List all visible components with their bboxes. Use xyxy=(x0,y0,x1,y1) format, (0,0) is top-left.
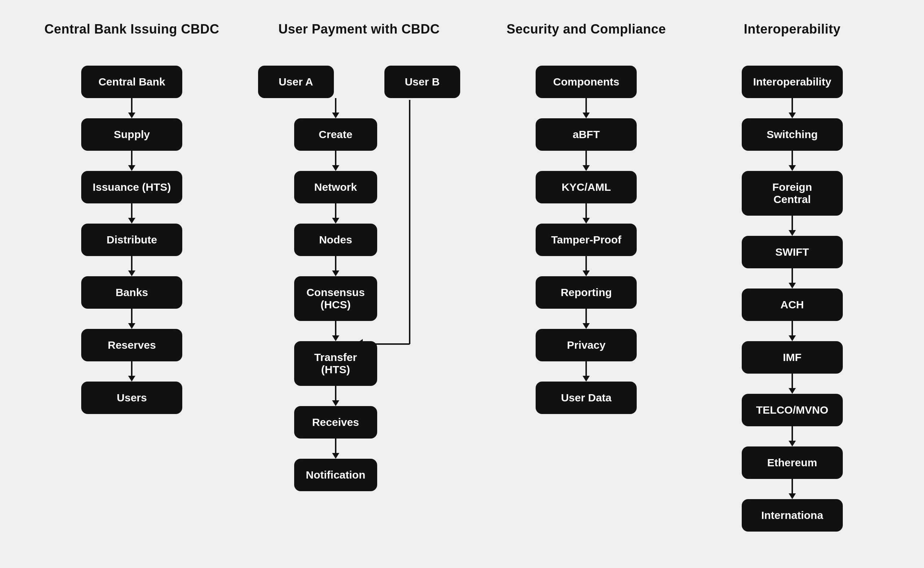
arrow xyxy=(579,98,593,118)
arrow xyxy=(785,268,800,289)
arrow xyxy=(124,361,139,382)
col1-title: Central Bank Issuing CBDC xyxy=(44,22,220,37)
arrow xyxy=(329,256,343,276)
arrow xyxy=(124,309,139,329)
node-network: Network xyxy=(294,171,377,203)
arrow xyxy=(124,98,139,118)
node-user-data: User Data xyxy=(536,382,637,414)
column-security: Security and Compliance Components aBFT … xyxy=(483,22,689,414)
node-ethereum: Ethereum xyxy=(742,446,843,479)
col4-title: Interoperability xyxy=(744,22,841,37)
column-payment: User Payment with CBDC User A User B xyxy=(235,22,483,491)
arrow xyxy=(785,321,800,341)
node-ach: ACH xyxy=(742,289,843,321)
node-receives: Receives xyxy=(294,406,377,438)
arrow xyxy=(124,203,139,224)
node-create: Create xyxy=(294,118,377,151)
node-banks: Banks xyxy=(81,276,182,309)
node-imf: IMF xyxy=(742,341,843,374)
node-reserves: Reserves xyxy=(81,329,182,361)
node-kyc-aml: KYC/AML xyxy=(536,171,637,203)
arrow xyxy=(329,321,343,341)
node-user-a: User A xyxy=(258,66,334,98)
arrow xyxy=(579,151,593,171)
node-tamper-proof: Tamper-Proof xyxy=(536,224,637,256)
node-components: Components xyxy=(536,66,637,98)
node-consensus: Consensus (HCS) xyxy=(294,276,377,321)
node-foreign-central: Foreign Central xyxy=(742,171,843,216)
node-transfer: Transfer (HTS) xyxy=(294,341,377,386)
arrow xyxy=(785,151,800,171)
arrow xyxy=(785,98,800,118)
columns-container: Central Bank Issuing CBDC Central Bank S… xyxy=(29,22,895,532)
arrow xyxy=(785,216,800,236)
arrow xyxy=(579,203,593,224)
node-abft: aBFT xyxy=(536,118,637,151)
arrow xyxy=(329,203,343,224)
node-notification: Notification xyxy=(294,459,377,491)
col1-flow: Central Bank Supply Issuance (HTS) Distr… xyxy=(81,66,182,414)
node-privacy: Privacy xyxy=(536,329,637,361)
column-central-bank: Central Bank Issuing CBDC Central Bank S… xyxy=(29,22,235,414)
node-interoperability: Interoperability xyxy=(742,66,843,98)
node-reporting: Reporting xyxy=(536,276,637,309)
node-swift: SWIFT xyxy=(742,236,843,268)
arrow xyxy=(124,256,139,276)
node-nodes: Nodes xyxy=(294,224,377,256)
col3-title: Security and Compliance xyxy=(506,22,666,37)
node-issuance: Issuance (HTS) xyxy=(81,171,182,203)
node-central-bank: Central Bank xyxy=(81,66,182,98)
page: { "columns": [ { "title": "Central Bank … xyxy=(0,0,924,568)
arrow xyxy=(329,98,343,118)
arrow xyxy=(329,386,343,406)
arrow xyxy=(785,479,800,499)
arrow xyxy=(329,438,343,459)
col4-flow: Interoperability Switching Foreign Centr… xyxy=(742,66,843,532)
node-telco: TELCO/MVNO xyxy=(742,394,843,426)
column-interoperability: Interoperability Interoperability Switch… xyxy=(689,22,895,532)
arrow xyxy=(785,374,800,394)
arrow xyxy=(579,309,593,329)
arrow xyxy=(124,151,139,171)
arrow xyxy=(329,151,343,171)
col3-flow: Components aBFT KYC/AML Tamper-Proof Rep… xyxy=(536,66,637,414)
node-users: Users xyxy=(81,382,182,414)
node-supply: Supply xyxy=(81,118,182,151)
arrow xyxy=(785,426,800,446)
node-user-b: User B xyxy=(385,66,460,98)
arrow xyxy=(579,256,593,276)
node-switching: Switching xyxy=(742,118,843,151)
col2-title: User Payment with CBDC xyxy=(278,22,439,37)
node-distribute: Distribute xyxy=(81,224,182,256)
node-internationa: Internationa xyxy=(742,499,843,532)
arrow xyxy=(579,361,593,382)
